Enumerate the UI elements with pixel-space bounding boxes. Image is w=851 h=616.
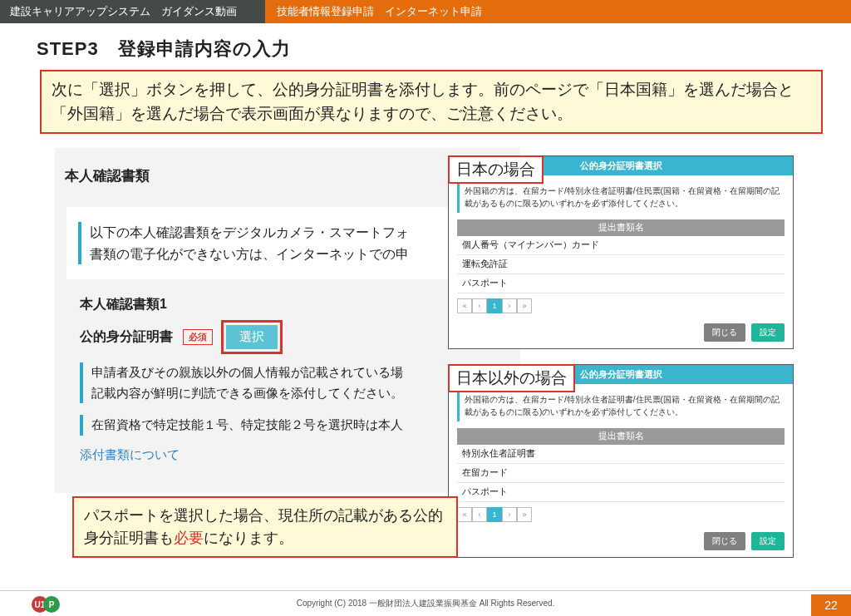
passport-note-red: 必要 (174, 530, 204, 546)
popup-jp-row[interactable]: 個人番号（マイナンバー）カード (457, 236, 785, 255)
popup-frn-note: 外国籍の方は、在留カード/特別永住者証明書/住民票(国籍・在留資格・在留期間の記… (457, 391, 785, 421)
popup-frn-pager: « ‹ 1 › » (457, 507, 785, 522)
page-number: 22 (811, 594, 851, 616)
topbar-right-text: 技能者情報登録申請 インターネット申請 (265, 0, 851, 23)
note-block-2: 在留資格で特定技能１号、特定技能２号を選択時は本人 (80, 415, 495, 436)
pager-last-icon[interactable]: » (517, 298, 532, 313)
popup-frn-col-header: 提出書類名 (457, 428, 785, 445)
panel-intro: 以下の本人確認書類をデジタルカメラ・スマートフォ 書類の電子化ができない方は、イ… (78, 222, 495, 264)
passport-note-callout: パスポートを選択した場合、現住所の記載がある公的身分証明書も必要になります。 (72, 496, 458, 558)
logo-icon: U1P (32, 596, 60, 613)
pager-prev-icon[interactable]: ‹ (472, 298, 487, 313)
popup-frn-row[interactable]: パスポート (457, 483, 785, 502)
popup-jp-row[interactable]: 運転免許証 (457, 255, 785, 274)
panel-intro-line2: 書類の電子化ができない方は、インターネットでの申 (90, 247, 409, 261)
popup-frn-close-button[interactable]: 閉じる (704, 532, 745, 550)
popup-jp-set-button[interactable]: 設定 (751, 323, 785, 342)
popup-jp-col-header: 提出書類名 (457, 219, 785, 236)
pager-first-icon[interactable]: « (457, 298, 472, 313)
copyright-text: Copyright (C) 2018 一般財団法人建設業振興基金 All Rig… (0, 598, 851, 609)
top-bar: 建設キャリアアップシステム ガイダンス動画 技能者情報登録申請 インターネット申… (0, 0, 851, 23)
step-title: STEP3 登録申請内容の入力 (37, 37, 851, 62)
passport-note-post: になります。 (204, 530, 293, 546)
pager-page-1[interactable]: 1 (487, 298, 502, 313)
pager-prev-icon[interactable]: ‹ (472, 507, 487, 522)
popup-jp-close-button[interactable]: 閉じる (704, 323, 745, 342)
popup-jp-note: 外国籍の方は、在留カード/特別永住者証明書/住民票(国籍・在留資格・在留期間の記… (457, 182, 785, 213)
note-block-1: 申請者及びその親族以外の個人情報が記載されている場 記載内容が鮮明に判読できる画… (80, 362, 495, 403)
note2: 記載内容が鮮明に判読できる画像を添付してください。 (91, 387, 403, 400)
topbar-left-text: 建設キャリアアップシステム ガイダンス動画 (0, 0, 265, 23)
public-id-label: 公的身分証明書 (80, 328, 173, 346)
popup-jp: 公的身分証明書選択 外国籍の方は、在留カード/特別永住者証明書/住民票(国籍・在… (448, 155, 794, 349)
pager-next-icon[interactable]: › (502, 507, 517, 522)
required-badge: 必須 (183, 329, 213, 345)
panel-intro-line1: 以下の本人確認書類をデジタルカメラ・スマートフォ (90, 225, 409, 239)
popup-frn-set-button[interactable]: 設定 (751, 532, 785, 550)
note1: 申請者及びその親族以外の個人情報が記載されている場 (91, 366, 403, 379)
popup-frn-row[interactable]: 在留カード (457, 464, 785, 483)
popup-frn-row[interactable]: 特別永住者証明書 (457, 445, 785, 464)
pager-last-icon[interactable]: » (517, 507, 532, 522)
pager-first-icon[interactable]: « (457, 507, 472, 522)
select-button-highlight: 選択 (221, 320, 283, 354)
footer-bar: U1P Copyright (C) 2018 一般財団法人建設業振興基金 All… (0, 590, 851, 616)
popup-jp-label: 日本の場合 (448, 155, 544, 184)
instruction-callout: 次に「選択」ボタンを押して、公的身分証明書を添付します。前のページで「日本国籍」… (40, 70, 823, 134)
popup-jp-row[interactable]: パスポート (457, 274, 785, 293)
popup-frn-label: 日本以外の場合 (448, 364, 575, 392)
popup-frn: 公的身分証明書選択 外国籍の方は、在留カード/特別永住者証明書/住民票(国籍・在… (448, 364, 794, 558)
pager-next-icon[interactable]: › (502, 298, 517, 313)
popup-jp-pager: « ‹ 1 › » (457, 298, 785, 313)
note3: 在留資格で特定技能１号、特定技能２号を選択時は本人 (91, 418, 403, 431)
pager-page-1[interactable]: 1 (487, 507, 502, 522)
select-button[interactable]: 選択 (226, 325, 278, 349)
